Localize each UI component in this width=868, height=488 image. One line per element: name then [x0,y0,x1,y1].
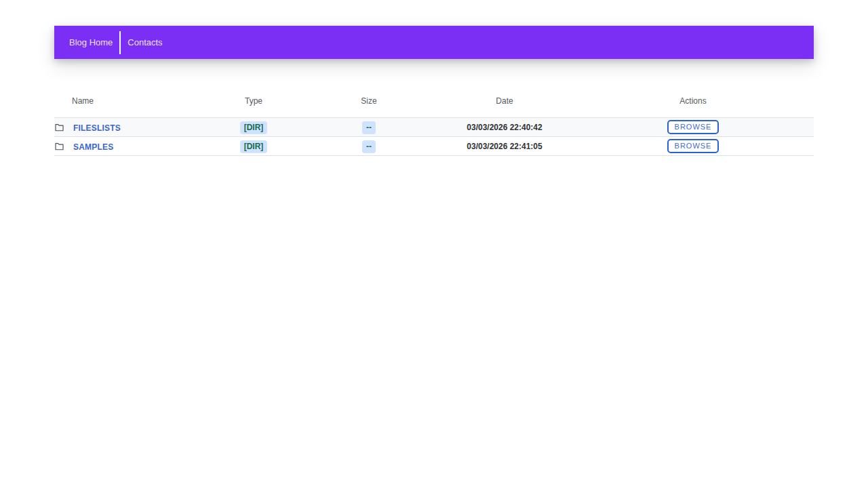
type-badge: [DIR] [240,140,268,153]
type-badge: [DIR] [240,121,268,134]
column-header-actions: Actions [572,92,814,118]
folder-icon [55,142,64,150]
nav-divider [119,31,121,54]
table-row: FILESLISTS [DIR] -- 03/03/2026 22:40:42 … [54,118,814,137]
file-name-link[interactable]: SAMPLES [73,142,113,152]
top-navbar: Blog Home Contacts [54,26,814,59]
nav-link-contacts[interactable]: Contacts [126,26,163,59]
date-cell: 03/03/2026 22:41:05 [437,137,572,156]
column-header-icon [54,92,71,118]
column-header-type: Type [206,92,301,118]
file-name-link[interactable]: FILESLISTS [73,123,121,133]
column-header-size: Size [301,92,437,118]
date-cell: 03/03/2026 22:40:42 [437,118,572,137]
folder-icon [55,123,64,131]
size-badge: -- [362,140,376,153]
browse-button[interactable]: BROWSE [667,120,719,134]
file-table: Name Type Size Date Actions FILESLISTS [54,92,814,156]
column-header-name: Name [71,92,206,118]
size-badge: -- [362,121,376,134]
table-row: SAMPLES [DIR] -- 03/03/2026 22:41:05 BRO… [54,137,814,156]
column-header-date: Date [437,92,572,118]
nav-link-blog-home[interactable]: Blog Home [68,26,114,59]
table-header-row: Name Type Size Date Actions [54,92,814,118]
file-browser: Name Type Size Date Actions FILESLISTS [54,92,814,156]
browse-button[interactable]: BROWSE [667,139,719,153]
